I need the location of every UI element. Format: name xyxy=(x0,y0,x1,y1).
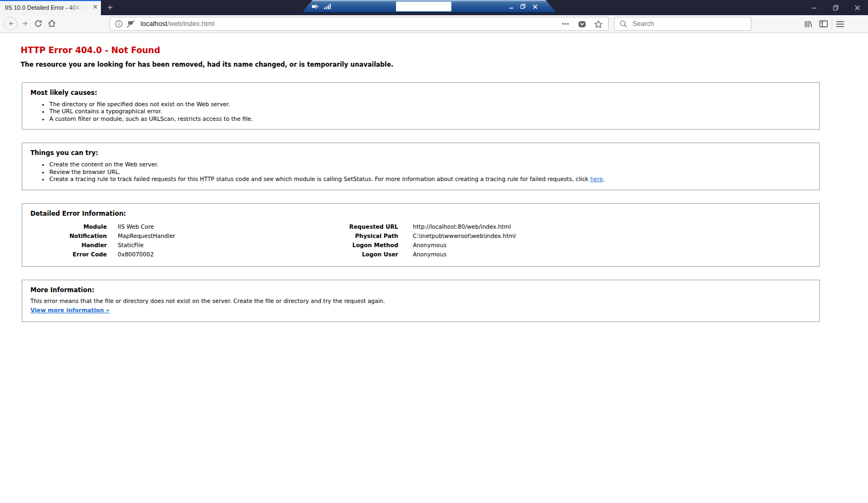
page-actions-icon[interactable] xyxy=(562,23,569,25)
site-info-icon[interactable] xyxy=(114,20,123,28)
rdp-signal-bars-icon[interactable] xyxy=(324,3,331,9)
tracing-text-end: . xyxy=(603,176,605,182)
rdp-connection-bar[interactable] xyxy=(302,0,557,13)
here-link[interactable]: here xyxy=(590,176,603,182)
window-controls xyxy=(803,0,868,15)
try-list: Create the content on the Web server. Re… xyxy=(30,161,811,182)
library-icon[interactable] xyxy=(804,20,813,28)
detail-value: StaticFile xyxy=(107,241,301,250)
detail-value: C:\inetpub\wwwroot\web\index.html xyxy=(398,231,811,241)
tab-title: IIS 10.0 Detailed Error - 404.0 - Not Fo… xyxy=(5,4,83,12)
detail-label: Notification xyxy=(30,231,107,241)
search-bar[interactable] xyxy=(614,17,751,31)
rdp-connection-name xyxy=(396,2,451,11)
url-bar[interactable]: localhost/web/index.html xyxy=(110,17,609,31)
page-subtitle: The resource you are looking for has bee… xyxy=(21,61,868,68)
rdp-buttons xyxy=(507,2,539,11)
detail-value: 0x80070002 xyxy=(107,250,301,259)
details-table: Module IIS Web Core Requested URL http:/… xyxy=(30,222,811,259)
url-text: localhost/web/index.html xyxy=(141,20,214,28)
reload-icon xyxy=(34,20,42,28)
detail-label: Module xyxy=(30,222,107,231)
detail-value: IIS Web Core xyxy=(107,222,301,231)
page-title: HTTP Error 404.0 - Not Found xyxy=(21,46,868,55)
detail-label: Logon User xyxy=(301,250,398,259)
things-to-try-box: Things you can try: Create the content o… xyxy=(22,143,820,190)
search-input[interactable] xyxy=(631,20,751,28)
view-more-information-link[interactable]: View more information » xyxy=(30,307,110,313)
back-button[interactable] xyxy=(4,17,17,30)
more-heading: More Information: xyxy=(30,286,811,294)
causes-heading: Most likely causes: xyxy=(30,89,811,96)
list-item: The URL contains a typographical error. xyxy=(49,108,811,115)
rdp-minimize-icon[interactable] xyxy=(507,2,515,11)
window-restore-icon[interactable] xyxy=(825,0,846,15)
detail-value: MapRequestHandler xyxy=(107,231,301,241)
back-arrow-icon xyxy=(7,20,15,27)
try-heading: Things you can try: xyxy=(30,149,811,157)
detail-label: Handler xyxy=(30,241,107,250)
bookmark-star-icon[interactable] xyxy=(594,20,603,28)
most-likely-causes-box: Most likely causes: The directory or fil… xyxy=(22,82,820,130)
new-tab-button[interactable]: + xyxy=(102,0,118,15)
reload-button[interactable] xyxy=(34,20,42,28)
details-heading: Detailed Error Information: xyxy=(30,210,811,217)
detail-label: Logon Method xyxy=(301,241,398,250)
rdp-close-icon[interactable] xyxy=(531,2,539,11)
more-text: This error means that the file or direct… xyxy=(30,298,811,304)
window-close-icon[interactable] xyxy=(846,0,868,15)
home-icon xyxy=(48,20,56,27)
detail-value: http://localhost:80/web/index.html xyxy=(398,222,811,231)
rdp-restore-icon[interactable] xyxy=(519,2,527,11)
detail-label: Physical Path xyxy=(301,231,398,241)
toolbar-separator xyxy=(832,18,832,30)
detail-label: Requested URL xyxy=(301,222,398,231)
hamburger-menu-icon[interactable] xyxy=(836,21,844,28)
browser-tab-active[interactable]: IIS 10.0 Detailed Error - 404.0 - Not Fo… xyxy=(0,0,101,15)
forward-button[interactable] xyxy=(22,20,29,27)
url-host: localhost xyxy=(141,20,167,28)
navigation-toolbar: localhost/web/index.html xyxy=(0,15,868,33)
list-item: A custom filter or module, such as URLSc… xyxy=(49,115,811,122)
home-button[interactable] xyxy=(48,20,56,27)
url-path: /web/index.html xyxy=(167,20,214,28)
detail-value: Anonymous xyxy=(398,241,811,250)
page-content: HTTP Error 404.0 - Not Found The resourc… xyxy=(0,33,868,503)
sidebar-toggle-icon[interactable] xyxy=(819,20,828,28)
detail-label: Error Code xyxy=(30,250,107,259)
permissions-icon[interactable] xyxy=(126,20,135,28)
window-minimize-icon[interactable] xyxy=(803,0,825,15)
forward-arrow-icon xyxy=(22,20,29,27)
tab-close-icon[interactable] xyxy=(93,4,98,9)
list-item: Review the browser URL. xyxy=(49,169,811,176)
more-information-box: More Information: This error means that … xyxy=(22,280,820,322)
detail-value: Anonymous xyxy=(398,250,811,259)
list-item: The directory or file specified does not… xyxy=(49,101,811,108)
list-item: Create a tracing rule to track failed re… xyxy=(49,176,811,183)
search-icon xyxy=(620,20,627,28)
causes-list: The directory or file specified does not… xyxy=(30,101,811,122)
rdp-pin-icon[interactable] xyxy=(311,4,320,9)
pocket-icon[interactable] xyxy=(578,20,586,28)
detailed-error-information-box: Detailed Error Information: Module IIS W… xyxy=(22,203,820,267)
tracing-text: Create a tracing rule to track failed re… xyxy=(49,176,590,182)
list-item: Create the content on the Web server. xyxy=(49,161,811,168)
